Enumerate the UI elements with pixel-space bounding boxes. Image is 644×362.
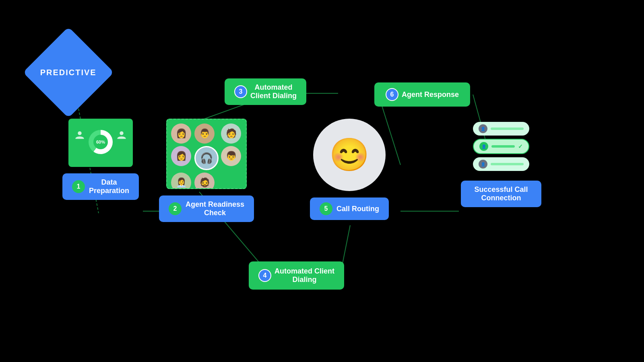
step-6-label: Agent Response [402,90,459,99]
step-7-label: Successful CallConnection [474,185,528,202]
step-6-number: 6 [386,88,398,101]
contact-row-1: 👤 [473,122,529,136]
contact-row-2: 👤 ✓ [473,139,529,154]
pie-percent: 60% [93,135,108,149]
agent-grid-visual: 👩 👨 🧑 👩 🎧 👦 👩‍💼 🧔 [166,119,247,189]
step-2-badge: 2 Agent ReadinessCheck [159,195,254,222]
diamond-label: PREDICTIVE [40,68,97,77]
step-5-label: Call Routing [336,205,379,213]
step-3-label: AutomatedClient Dialing [250,83,297,100]
svg-point-10 [120,132,123,135]
stage-3: 3 AutomatedClient Dialing [225,78,306,105]
contact-list-visual: 👤 👤 ✓ 👤 [470,119,533,174]
stage-5: 😊 5 Call Routing [310,119,389,220]
agent-headset-visual: 😊 [313,119,386,191]
svg-point-9 [78,132,81,135]
step-1-label: DataPreparation [89,178,129,195]
predictive-diamond: PREDICTIVE [36,40,101,105]
step-1-number: 1 [72,180,85,193]
check-icon: ✓ [518,143,523,150]
step-4-number: 4 [258,269,271,282]
step-2-number: 2 [169,202,182,215]
step-3-number: 3 [234,85,247,98]
contact-row-3: 👤 [473,157,529,171]
step-7-badge: Successful CallConnection [461,181,541,207]
contact-avatar-1: 👤 [479,124,487,133]
diamond-shape: PREDICTIVE [23,27,114,118]
contact-avatar-3: 👤 [479,160,487,169]
step-1-badge: 1 DataPreparation [62,173,139,200]
step-2-label: Agent ReadinessCheck [186,200,244,217]
stage-6: 6 Agent Response [374,82,470,107]
step-3-badge: 3 AutomatedClient Dialing [225,78,306,105]
contact-avatar-2: 👤 [479,142,488,151]
step-4-label: Automated ClientDialing [275,267,334,284]
stage-2: 👩 👨 🧑 👩 🎧 👦 👩‍💼 🧔 2 Agent ReadinessCheck [159,119,254,222]
step-5-number: 5 [320,202,332,215]
step-6-badge: 6 Agent Response [374,82,470,107]
step-5-badge: 5 Call Routing [310,197,389,220]
stage-1: 60% 1 DataPreparation [62,119,139,200]
stage-7: 👤 👤 ✓ 👤 Successful CallConnection [461,119,541,207]
data-prep-visual: 60% [68,119,133,167]
svg-line-2 [199,103,250,121]
stage-4: 4 Automated ClientDialing [249,261,344,290]
step-4-badge: 4 Automated ClientDialing [249,261,344,290]
